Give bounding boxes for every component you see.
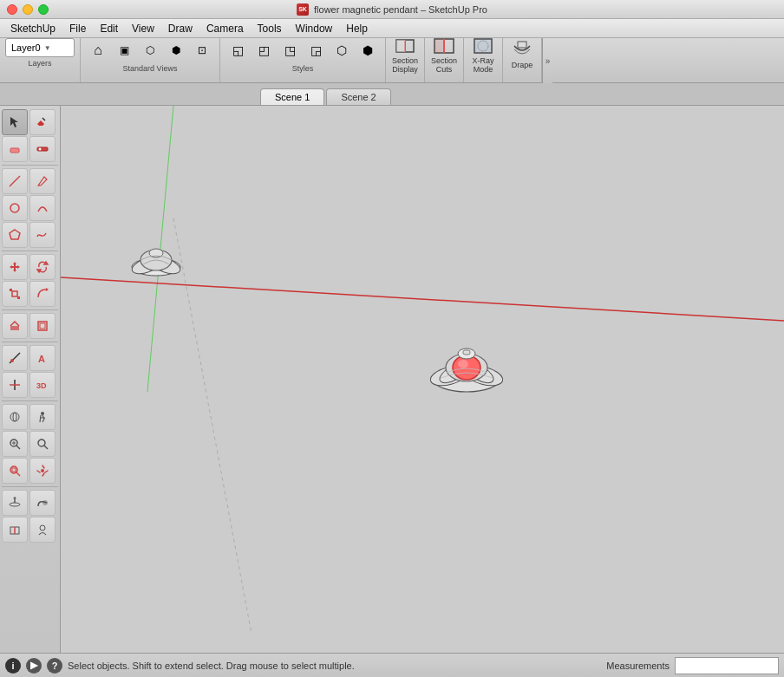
svg-point-41 xyxy=(41,469,44,472)
viewport-canvas[interactable] xyxy=(61,106,784,653)
minimize-button[interactable] xyxy=(23,4,33,15)
xray-mode-group: X-Ray Mode xyxy=(464,38,503,82)
front-view-btn[interactable]: ⬡ xyxy=(138,38,162,62)
measurements-label: Measurements xyxy=(606,661,670,671)
style6-btn[interactable]: ⬢ xyxy=(356,38,380,62)
polygon-btn[interactable] xyxy=(2,222,28,248)
push-pull-btn[interactable] xyxy=(2,313,28,339)
maximize-button[interactable] xyxy=(38,4,49,15)
tool-row-1 xyxy=(2,109,58,135)
style3-btn[interactable]: ◳ xyxy=(278,38,302,62)
axes-btn[interactable] xyxy=(2,372,28,398)
svg-point-12 xyxy=(39,148,42,151)
xray-mode-btn[interactable]: X-Ray Mode xyxy=(469,38,497,71)
zoom-extents-btn[interactable]: ⊡ xyxy=(190,38,214,62)
svg-point-24 xyxy=(10,359,14,362)
walk-btn[interactable] xyxy=(29,404,56,430)
menu-edit[interactable]: Edit xyxy=(93,21,125,36)
drape-label: Drape xyxy=(512,62,533,70)
section-cuts-icon xyxy=(433,35,455,57)
select-tool-btn[interactable] xyxy=(2,109,28,135)
pan-btn[interactable] xyxy=(29,458,56,484)
tool-row-6 xyxy=(2,254,58,280)
tool-separator-2 xyxy=(2,251,58,251)
section-plane-btn[interactable] xyxy=(2,490,28,516)
circle-tool-btn[interactable] xyxy=(2,195,28,221)
tool-separator-3 xyxy=(2,309,58,310)
styles-group: ◱ ◰ ◳ ◲ ⬡ ⬢ Styles xyxy=(220,38,386,82)
menu-view[interactable]: View xyxy=(125,21,161,36)
section-cuts-btn[interactable]: Section Cuts xyxy=(430,38,458,71)
tape-measure-btn[interactable] xyxy=(29,136,56,162)
position-camera-btn[interactable] xyxy=(29,517,56,543)
tool-row-5 xyxy=(2,222,58,248)
toolbar: Layer0 ▼ Layers ⌂ ▣ ⬡ ⬢ ⊡ Standard Views… xyxy=(0,38,784,83)
svg-point-48 xyxy=(40,525,45,531)
tool-row-2 xyxy=(2,136,58,162)
svg-line-39 xyxy=(16,472,20,476)
style1-btn[interactable]: ◱ xyxy=(225,38,250,62)
rotate-btn[interactable] xyxy=(29,254,56,280)
look-around-btn[interactable] xyxy=(29,490,56,516)
measurements-input[interactable] xyxy=(675,657,779,674)
svg-point-38 xyxy=(10,466,17,473)
line-tool-btn[interactable] xyxy=(2,168,28,194)
style4-btn[interactable]: ◲ xyxy=(304,38,328,62)
svg-text:3D: 3D xyxy=(36,381,47,390)
menubar: SketchUp File Edit View Draw Camera Tool… xyxy=(0,19,784,38)
orbit-btn[interactable] xyxy=(2,404,28,430)
menu-camera[interactable]: Camera xyxy=(199,21,251,36)
svg-rect-2 xyxy=(396,40,405,52)
tab-scene2[interactable]: Scene 2 xyxy=(326,88,390,105)
text-tool-btn[interactable]: A xyxy=(29,345,56,371)
section-display-label: Section Display xyxy=(391,57,419,75)
tool-separator-1 xyxy=(2,165,58,166)
paint-bucket-btn[interactable] xyxy=(29,109,56,135)
tool-separator-5 xyxy=(2,400,58,401)
style2-btn[interactable]: ◰ xyxy=(252,38,276,62)
move-btn[interactable] xyxy=(2,254,28,280)
follow-me-btn[interactable] xyxy=(29,281,56,307)
tool-row-10: 3D xyxy=(2,372,58,398)
close-button[interactable] xyxy=(7,4,17,15)
section-display-btn[interactable]: Section Display xyxy=(391,38,419,71)
pencil-btn[interactable] xyxy=(29,168,56,194)
zoom-btn[interactable] xyxy=(2,431,28,457)
status-text: Select objects. Shift to extend select. … xyxy=(68,661,601,671)
app-icon: SK xyxy=(297,3,309,16)
info-icon[interactable]: i xyxy=(5,658,21,674)
menu-sketchup[interactable]: SketchUp xyxy=(3,21,62,36)
help-icon[interactable]: ? xyxy=(47,658,62,674)
svg-rect-10 xyxy=(10,148,19,153)
tape-btn[interactable] xyxy=(2,345,28,371)
tool-row-3 xyxy=(2,168,58,194)
svg-rect-17 xyxy=(10,289,12,291)
arc-tool-btn[interactable] xyxy=(29,195,56,221)
zoom-extents-left-btn[interactable] xyxy=(2,458,28,484)
right-view-btn[interactable]: ⬢ xyxy=(164,38,188,62)
offset-btn[interactable] xyxy=(29,313,56,339)
menu-window[interactable]: Window xyxy=(289,21,340,36)
freehand-btn[interactable] xyxy=(29,222,56,248)
eraser-btn[interactable] xyxy=(2,136,28,162)
svg-point-45 xyxy=(42,500,48,505)
xray-label: X-Ray Mode xyxy=(469,57,497,75)
menu-file[interactable]: File xyxy=(62,21,93,36)
menu-tools[interactable]: Tools xyxy=(251,21,289,36)
3d-text-btn[interactable]: 3D xyxy=(29,372,56,398)
svg-line-33 xyxy=(16,446,20,449)
iso-view-btn[interactable]: ⌂ xyxy=(86,38,110,62)
scale-btn[interactable] xyxy=(2,281,28,307)
drape-btn[interactable]: Drape xyxy=(508,38,536,71)
tab-scene1[interactable]: Scene 1 xyxy=(260,88,324,105)
menu-help[interactable]: Help xyxy=(339,21,375,36)
left-toolbar: A 3D xyxy=(0,106,61,653)
section-view-btn[interactable] xyxy=(2,517,28,543)
layer-dropdown[interactable]: Layer0 ▼ xyxy=(5,38,75,57)
top-view-btn[interactable]: ▣ xyxy=(112,38,136,62)
menu-draw[interactable]: Draw xyxy=(161,21,199,36)
toolbar-collapse-btn[interactable]: » xyxy=(542,38,552,83)
style5-btn[interactable]: ⬡ xyxy=(330,38,354,62)
zoom-window-btn[interactable] xyxy=(29,431,56,457)
arrow-icon[interactable]: ▶ xyxy=(26,658,42,674)
